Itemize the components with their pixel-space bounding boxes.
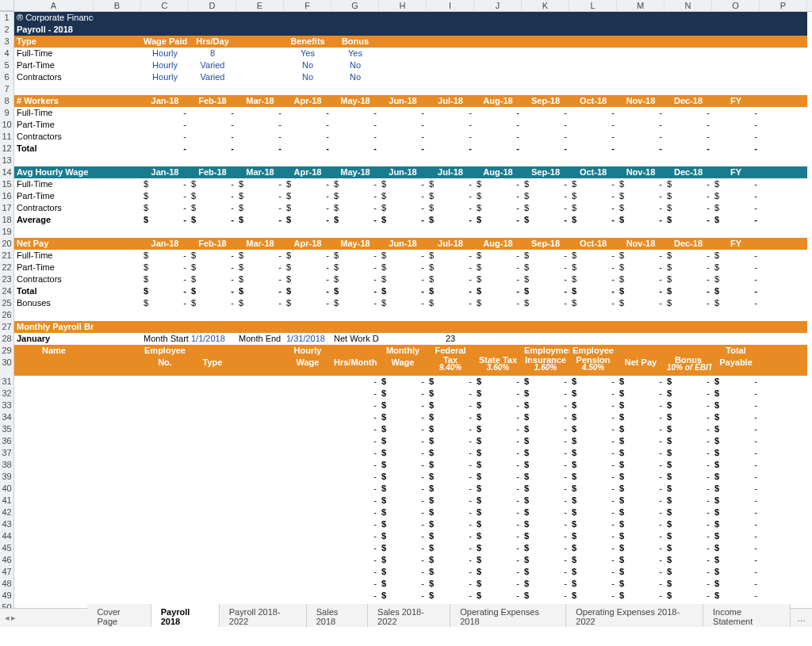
cell[interactable]: -	[331, 459, 379, 471]
cell[interactable]: May-18	[331, 166, 379, 178]
cell[interactable]	[760, 273, 807, 285]
cell[interactable]: Sep-18	[522, 95, 569, 107]
cell[interactable]: $-	[474, 483, 522, 495]
cell[interactable]: $-	[379, 578, 427, 590]
cell[interactable]	[94, 48, 141, 59]
cell[interactable]: -	[236, 107, 284, 119]
cell[interactable]: $-	[284, 214, 331, 226]
row[interactable]: 31-$-$-$-$-$-$-$-$-	[0, 376, 812, 388]
row-hdr[interactable]: 39	[0, 471, 14, 483]
cell[interactable]	[760, 59, 807, 71]
cell[interactable]: $-	[474, 297, 522, 309]
cell[interactable]: $-	[474, 190, 522, 202]
cell[interactable]	[379, 83, 427, 95]
cell[interactable]: Nov-18	[617, 166, 665, 178]
cell[interactable]: -	[474, 131, 522, 143]
cell[interactable]: $-	[522, 262, 569, 273]
cell[interactable]	[474, 36, 522, 48]
cell[interactable]: -	[284, 143, 331, 155]
cell[interactable]: Bonus	[331, 36, 379, 48]
cell[interactable]: $-	[665, 459, 712, 471]
cell[interactable]: $-	[474, 471, 522, 483]
cell[interactable]: $-	[474, 495, 522, 506]
cell[interactable]: $-	[474, 423, 522, 435]
cell[interactable]: -	[617, 119, 665, 131]
cell[interactable]: -	[331, 518, 379, 530]
cell[interactable]: Total	[14, 285, 94, 297]
row-hdr[interactable]: 46	[0, 554, 14, 566]
cell[interactable]: $-	[522, 285, 569, 297]
cell[interactable]	[14, 578, 94, 590]
cell[interactable]: $-	[522, 554, 569, 566]
cell[interactable]	[94, 483, 141, 495]
cell[interactable]	[665, 12, 712, 24]
cell[interactable]	[284, 530, 331, 542]
cell[interactable]	[427, 48, 474, 59]
cell[interactable]	[617, 226, 665, 238]
cell[interactable]: $-	[712, 471, 760, 483]
cell[interactable]: $-	[427, 566, 474, 578]
cell[interactable]: $-	[522, 471, 569, 483]
cell[interactable]	[284, 155, 331, 166]
cell[interactable]	[760, 83, 807, 95]
cell[interactable]	[379, 226, 427, 238]
cell[interactable]: $-	[665, 297, 712, 309]
cell[interactable]: $-	[474, 399, 522, 411]
cell[interactable]: -	[427, 131, 474, 143]
cell[interactable]	[474, 333, 522, 345]
cell[interactable]	[569, 24, 617, 36]
cell[interactable]	[284, 423, 331, 435]
cell[interactable]: $-	[379, 447, 427, 459]
cell[interactable]: Mar-18	[236, 238, 284, 250]
cell[interactable]	[236, 83, 284, 95]
row[interactable]: 17Contractors$-$-$-$-$-$-$-$-$-$-$-$-$-	[0, 202, 812, 214]
sheet-tab[interactable]: Operating Expenses 2018-2022	[566, 604, 703, 627]
cell[interactable]: -	[569, 143, 617, 155]
row[interactable]: 27Monthly Payroll Breakdown	[0, 321, 812, 333]
cell[interactable]	[569, 333, 617, 345]
cell[interactable]	[522, 36, 569, 48]
cell[interactable]	[760, 95, 807, 107]
cell[interactable]	[427, 24, 474, 36]
row-hdr[interactable]: 43	[0, 518, 14, 530]
cell[interactable]	[760, 357, 807, 376]
cell[interactable]: $-	[569, 554, 617, 566]
row[interactable]: 25Bonuses$-$-$-$-$-$-$-$-$-$-$-$-$-	[0, 297, 812, 309]
cell[interactable]: Employee	[141, 345, 189, 357]
cell[interactable]	[94, 590, 141, 602]
row[interactable]: 45-$-$-$-$-$-$-$-$-	[0, 542, 812, 554]
cell[interactable]: $-	[712, 483, 760, 495]
cell[interactable]: -	[331, 411, 379, 423]
col-hdr-L[interactable]: L	[569, 0, 617, 11]
cell[interactable]: $-	[569, 423, 617, 435]
cell[interactable]: $-	[665, 399, 712, 411]
cell[interactable]: $-	[569, 376, 617, 388]
cell[interactable]	[427, 71, 474, 83]
cell[interactable]	[760, 471, 807, 483]
cell[interactable]: $-	[379, 435, 427, 447]
cell[interactable]: $-	[569, 202, 617, 214]
cell[interactable]	[236, 36, 284, 48]
cell[interactable]: $-	[712, 578, 760, 590]
cell[interactable]: $-	[712, 190, 760, 202]
cell[interactable]: Apr-18	[284, 238, 331, 250]
cell[interactable]: $-	[665, 578, 712, 590]
row[interactable]: 42-$-$-$-$-$-$-$-$-	[0, 506, 812, 518]
cell[interactable]: Part-Time	[14, 190, 94, 202]
cell[interactable]: $-	[522, 578, 569, 590]
cell[interactable]	[760, 166, 807, 178]
col-hdr-I[interactable]: I	[427, 0, 474, 11]
cell[interactable]	[665, 36, 712, 48]
cell[interactable]	[141, 590, 189, 602]
cell[interactable]: $-	[284, 250, 331, 262]
cell[interactable]	[474, 83, 522, 95]
cell[interactable]	[236, 578, 284, 590]
cell[interactable]	[427, 59, 474, 71]
cell[interactable]	[284, 578, 331, 590]
row-hdr[interactable]: 18	[0, 214, 14, 226]
cell[interactable]: Wage	[284, 357, 331, 376]
cell[interactable]: Net Pay	[14, 238, 94, 250]
sheet-tab[interactable]: Sales 2018	[307, 604, 368, 627]
cell[interactable]	[14, 530, 94, 542]
cell[interactable]: -	[569, 107, 617, 119]
